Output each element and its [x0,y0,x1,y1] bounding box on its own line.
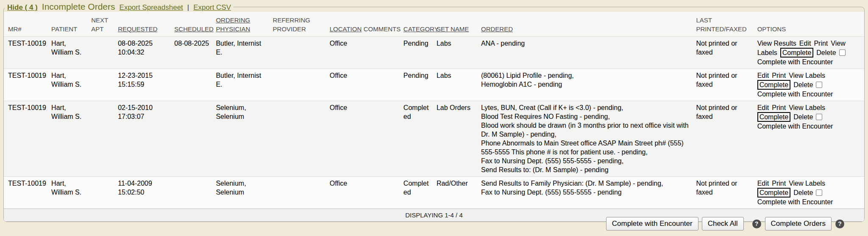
print-link[interactable]: Print [772,180,786,187]
column-header-category: CATEGORY [401,12,434,36]
column-header-requested-sort-link[interactable]: REQUESTED [118,25,157,33]
delete-link[interactable]: Delete [816,49,836,56]
complete-button[interactable]: Complete [757,112,790,122]
export-spreadsheet-link[interactable]: Export Spreadsheet [120,3,183,12]
column-header-comments-label: COMMENTS [364,25,401,33]
cell-mr: TEST-10019 [4,176,49,209]
cell-set-name: Labs [434,36,479,69]
complete-with-encounter-link[interactable]: Complete with Encounter [757,198,833,206]
cell-category: Pending [401,36,434,69]
cell-patient: Hart, William S. [49,176,89,209]
column-header-referring-provider: REFERRING PROVIDER [270,12,327,36]
bottom-action-bar: Complete with Encounter Check All ? Comp… [606,217,844,231]
check-all-button[interactable]: Check All [702,217,744,231]
complete-with-encounter-link[interactable]: Complete with Encounter [757,91,833,98]
view-labels-link[interactable]: View Labels [789,180,825,187]
column-header-options-label: OPTIONS [757,25,786,33]
print-link[interactable]: Print [772,72,786,79]
delete-link[interactable]: Delete [793,189,813,196]
column-header-ordered-sort-link[interactable]: ORDERED [481,25,513,33]
column-header-ordering-physician: ORDERING PHYSICIAN [213,12,270,36]
cell-next-apt [89,176,115,209]
row-checkbox[interactable] [816,82,822,88]
cell-ordered: Send Results to Family Physician: (Dr. M… [479,176,694,209]
cell-ordering-physician: Butler, Internist E. [213,69,270,101]
column-header-location: LOCATION [327,12,361,36]
edit-link[interactable]: Edit [757,180,769,187]
cell-location: Office [327,69,361,101]
column-header-ordering-physician-sort-link[interactable]: ORDERING PHYSICIAN [216,16,250,33]
cell-requested: 08-08-2025 10:04:32 [115,36,172,69]
column-header-category-sort-link[interactable]: CATEGORY [403,25,439,33]
column-header-scheduled-sort-link[interactable]: SCHEDULED [174,25,214,33]
cell-requested: 02-15-2010 17:03:07 [115,101,172,176]
cell-category: Pending [401,69,434,101]
view-labels-link[interactable]: View Labels [789,72,825,79]
cell-referring-provider [270,176,327,209]
table-header-row: MR# PATIENT NEXT APT REQUESTED SCHEDULED… [4,12,864,36]
column-header-ordered: ORDERED [479,12,694,36]
cell-ordered: (80061) Lipid Profile - pending, Hemoglo… [479,69,694,101]
row-checkbox[interactable] [816,189,822,196]
cell-options: View ResultsEditPrintView LabelsComplete… [755,36,864,69]
help-icon[interactable]: ? [752,220,761,228]
cell-referring-provider [270,101,327,176]
cell-referring-provider [270,36,327,69]
column-header-next-apt: NEXT APT [89,12,115,36]
edit-link[interactable]: Edit [757,72,769,79]
column-header-patient: PATIENT [49,12,89,36]
cell-comments [361,176,401,209]
edit-link[interactable]: Edit [799,40,811,47]
cell-category: Completed [401,101,434,176]
cell-scheduled [172,69,213,101]
cell-options: EditPrintView LabelsCompleteDelete Compl… [755,101,864,176]
cell-comments [361,101,401,176]
export-csv-link[interactable]: Export CSV [193,3,231,12]
print-link[interactable]: Print [814,40,828,47]
page-title: Incomplete Orders [42,2,115,12]
cell-set-name: Labs [434,69,479,101]
complete-with-encounter-link[interactable]: Complete with Encounter [757,58,833,66]
complete-with-encounter-button[interactable]: Complete with Encounter [606,217,698,231]
column-header-set-name-sort-link[interactable]: SET NAME [437,25,469,33]
print-link[interactable]: Print [772,104,786,111]
column-header-requested: REQUESTED [115,12,172,36]
column-header-mr-label: MR# [8,25,22,33]
hide-toggle-link[interactable]: Hide ( 4 ) [7,3,38,12]
cell-location: Office [327,176,361,209]
complete-with-encounter-link[interactable]: Complete with Encounter [757,123,833,130]
cell-ordering-physician: Selenium, Selenium [213,101,270,176]
row-checkbox[interactable] [839,49,846,56]
column-header-last-printed-faxed: LAST PRINTED/FAXED [694,12,755,36]
cell-referring-provider [270,69,327,101]
view-results-link[interactable]: View Results [757,40,796,47]
column-header-scheduled: SCHEDULED [172,12,213,36]
incomplete-orders-panel: Hide ( 4 ) Incomplete Orders Export Spre… [3,2,865,222]
delete-link[interactable]: Delete [793,113,813,121]
cell-requested: 11-04-2009 15:02:50 [115,176,172,209]
cell-last-printed-faxed: Not printed or faxed [694,101,755,176]
cell-set-name: Rad/Other [434,176,479,209]
help-icon[interactable]: ? [835,220,844,228]
cell-location: Office [327,101,361,176]
row-checkbox[interactable] [816,114,822,120]
view-labels-link[interactable]: View Labels [789,104,825,111]
complete-button[interactable]: Complete [757,188,790,198]
cell-scheduled: 08-08-2025 [172,36,213,69]
cell-mr: TEST-10019 [4,101,49,176]
column-header-options: OPTIONS [755,12,864,36]
cell-last-printed-faxed: Not printed or faxed [694,69,755,101]
column-header-location-sort-link[interactable]: LOCATION [330,25,362,33]
column-header-mr: MR# [4,12,49,36]
cell-location: Office [327,36,361,69]
cell-patient: Hart, William S. [49,69,89,101]
delete-link[interactable]: Delete [793,81,813,88]
complete-button[interactable]: Complete [757,80,790,90]
orders-table: MR# PATIENT NEXT APT REQUESTED SCHEDULED… [4,12,864,222]
column-header-set-name: SET NAME [434,12,479,36]
edit-link[interactable]: Edit [757,104,769,111]
complete-button[interactable]: Complete [780,48,813,58]
cell-next-apt [89,101,115,176]
column-header-comments: COMMENTS [361,12,401,36]
complete-orders-button[interactable]: Complete Orders [765,217,832,231]
